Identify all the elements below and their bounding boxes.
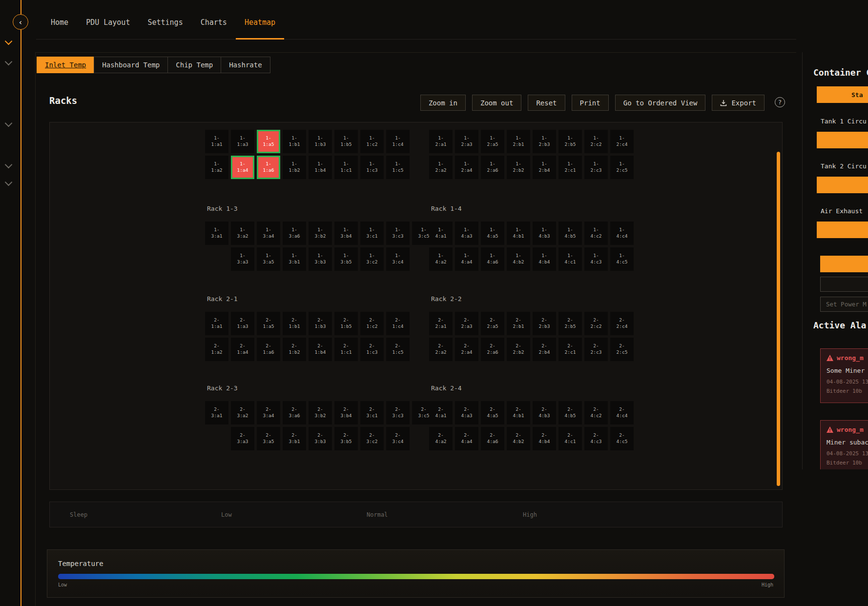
reset-button[interactable]: Reset: [528, 95, 565, 111]
heatmap-cell-1-3:a2[interactable]: 1-3:a2: [231, 222, 254, 245]
heatmap-cell-1-1:c5[interactable]: 1-1:c5: [386, 156, 410, 179]
heatmap-cell-2-3:c1[interactable]: 2-3:c1: [360, 401, 384, 424]
heatmap-cell-1-4:a6[interactable]: 1-4:a6: [481, 247, 504, 271]
heatmap-cell-1-3:a1[interactable]: 1-3:a1: [205, 222, 228, 245]
heatmap-cell-1-3:b4[interactable]: 1-3:b4: [334, 222, 358, 245]
heatmap-cell-1-1:b4[interactable]: 1-1:b4: [309, 156, 332, 179]
heatmap-cell-1-1:a5[interactable]: 1-1:a5: [257, 130, 280, 153]
heatmap-cell-1-4:c3[interactable]: 1-4:c3: [584, 247, 608, 271]
heatmap-cell-2-4:b3[interactable]: 2-4:b3: [533, 401, 556, 424]
heatmap-cell-1-2:a4[interactable]: 1-2:a4: [455, 156, 478, 179]
heatmap-cell-2-1:b1[interactable]: 2-1:b1: [283, 312, 306, 335]
chevron-down-icon[interactable]: [5, 162, 12, 168]
heatmap-cell-1-4:a5[interactable]: 1-4:a5: [481, 222, 504, 245]
heatmap-cell-1-4:b2[interactable]: 1-4:b2: [507, 247, 530, 271]
heatmap-cell-1-3:c2[interactable]: 1-3:c2: [360, 247, 384, 271]
heatmap-cell-2-1:a1[interactable]: 2-1:a1: [205, 312, 228, 335]
heatmap-cell-1-1:c3[interactable]: 1-1:c3: [360, 156, 384, 179]
heatmap-cell-1-2:b2[interactable]: 1-2:b2: [507, 156, 530, 179]
heatmap-cell-2-2:a5[interactable]: 2-2:a5: [481, 312, 504, 335]
heatmap-cell-1-3:b1[interactable]: 1-3:b1: [283, 247, 306, 271]
heatmap-cell-1-4:a4[interactable]: 1-4:a4: [455, 247, 478, 271]
set-power-mode-input[interactable]: Set Power M: [820, 297, 868, 312]
heatmap-cell-2-1:a3[interactable]: 2-1:a3: [231, 312, 254, 335]
heatmap-cell-2-4:b4[interactable]: 2-4:b4: [533, 427, 556, 450]
tab-chip-temp[interactable]: Chip Temp: [167, 57, 221, 73]
heatmap-cell-1-2:a2[interactable]: 1-2:a2: [429, 156, 453, 179]
heatmap-cell-1-4:b5[interactable]: 1-4:b5: [558, 222, 582, 245]
heatmap-cell-1-2:c3[interactable]: 1-2:c3: [584, 156, 608, 179]
heatmap-cell-1-3:c1[interactable]: 1-3:c1: [360, 222, 384, 245]
heatmap-cell-2-3:a1[interactable]: 2-3:a1: [205, 401, 228, 424]
heatmap-cell-1-1:c2[interactable]: 1-1:c2: [360, 130, 384, 153]
heatmap-cell-2-4:c2[interactable]: 2-4:c2: [584, 401, 608, 424]
heatmap-cell-2-4:a6[interactable]: 2-4:a6: [481, 427, 504, 450]
heatmap-cell-1-4:a2[interactable]: 1-4:a2: [429, 247, 453, 271]
heatmap-cell-1-2:c1[interactable]: 1-2:c1: [558, 156, 582, 179]
heatmap-cell-1-4:b3[interactable]: 1-4:b3: [533, 222, 556, 245]
heatmap-cell-1-4:a3[interactable]: 1-4:a3: [455, 222, 478, 245]
heatmap-cell-1-4:b4[interactable]: 1-4:b4: [533, 247, 556, 271]
heatmap-cell-2-4:a3[interactable]: 2-4:a3: [455, 401, 478, 424]
heatmap-cell-1-2:a6[interactable]: 1-2:a6: [481, 156, 504, 179]
heatmap-cell-1-2:c5[interactable]: 1-2:c5: [610, 156, 634, 179]
heatmap-cell-2-1:c2[interactable]: 2-1:c2: [360, 312, 384, 335]
heatmap-cell-2-3:b2[interactable]: 2-3:b2: [309, 401, 332, 424]
heatmap-cell-2-2:c1[interactable]: 2-2:c1: [558, 338, 582, 361]
heatmap-cell-2-3:a5[interactable]: 2-3:a5: [257, 427, 280, 450]
heatmap-cell-2-1:b4[interactable]: 2-1:b4: [309, 338, 332, 361]
heatmap-cell-2-2:a3[interactable]: 2-2:a3: [455, 312, 478, 335]
heatmap-cell-1-1:b3[interactable]: 1-1:b3: [309, 130, 332, 153]
tab-inlet-temp[interactable]: Inlet Temp: [37, 57, 94, 73]
heatmap-cell-1-4:a1[interactable]: 1-4:a1: [429, 222, 453, 245]
heatmap-cell-1-2:c4[interactable]: 1-2:c4: [610, 130, 634, 153]
heatmap-cell-1-3:c3[interactable]: 1-3:c3: [386, 222, 410, 245]
heatmap-cell-1-4:b1[interactable]: 1-4:b1: [507, 222, 530, 245]
heatmap-cell-2-4:a5[interactable]: 2-4:a5: [481, 401, 504, 424]
heatmap-cell-1-2:b5[interactable]: 1-2:b5: [558, 130, 582, 153]
collapse-panel-button[interactable]: ‹: [13, 14, 28, 30]
export-button[interactable]: Export: [712, 95, 765, 111]
heatmap-cell-2-1:c4[interactable]: 2-1:c4: [386, 312, 410, 335]
heatmap-cell-2-1:c5[interactable]: 2-1:c5: [386, 338, 410, 361]
heatmap-cell-1-3:a4[interactable]: 1-3:a4: [257, 222, 280, 245]
tab-hashboard-temp[interactable]: Hashboard Temp: [94, 57, 168, 73]
heatmap-cell-2-1:a2[interactable]: 2-1:a2: [205, 338, 228, 361]
heatmap-cell-2-2:a4[interactable]: 2-2:a4: [455, 338, 478, 361]
heatmap-cell-2-2:c5[interactable]: 2-2:c5: [610, 338, 634, 361]
nav-item-charts[interactable]: Charts: [192, 18, 236, 39]
heatmap-cell-2-4:c4[interactable]: 2-4:c4: [610, 401, 634, 424]
heatmap-cell-2-4:c5[interactable]: 2-4:c5: [610, 427, 634, 450]
heatmap-cell-2-4:c1[interactable]: 2-4:c1: [558, 427, 582, 450]
heatmap-cell-2-3:a6[interactable]: 2-3:a6: [283, 401, 306, 424]
heatmap-cell-1-2:b4[interactable]: 1-2:b4: [533, 156, 556, 179]
ordered-view-button[interactable]: Go to Ordered View: [615, 95, 706, 111]
zoom-in-button[interactable]: Zoom in: [420, 95, 466, 111]
heatmap-cell-1-3:b2[interactable]: 1-3:b2: [309, 222, 332, 245]
heatmap-cell-2-4:b5[interactable]: 2-4:b5: [558, 401, 582, 424]
heatmap-cell-1-2:c2[interactable]: 1-2:c2: [584, 130, 608, 153]
heatmap-cell-2-2:b3[interactable]: 2-2:b3: [533, 312, 556, 335]
heatmap-cell-1-3:a6[interactable]: 1-3:a6: [283, 222, 306, 245]
heatmap-cell-2-4:a1[interactable]: 2-4:a1: [429, 401, 453, 424]
heatmap-cell-1-3:c4[interactable]: 1-3:c4: [386, 247, 410, 271]
heatmap-cell-2-2:c2[interactable]: 2-2:c2: [584, 312, 608, 335]
air-exhaust-action-button[interactable]: [817, 222, 868, 238]
heatmap-cell-2-2:c3[interactable]: 2-2:c3: [584, 338, 608, 361]
heatmap-cell-2-1:a4[interactable]: 2-1:a4: [231, 338, 254, 361]
zoom-out-button[interactable]: Zoom out: [472, 95, 521, 111]
heatmap-cell-1-1:a2[interactable]: 1-1:a2: [205, 156, 228, 179]
help-icon[interactable]: ?: [775, 97, 785, 107]
nav-item-settings[interactable]: Settings: [139, 18, 191, 39]
tank-1-action-button[interactable]: [817, 132, 868, 148]
heatmap-cell-1-3:a5[interactable]: 1-3:a5: [257, 247, 280, 271]
heatmap-cell-2-3:b1[interactable]: 2-3:b1: [283, 427, 306, 450]
tank-2-action-button[interactable]: [817, 177, 868, 193]
heatmap-cell-1-4:c4[interactable]: 1-4:c4: [610, 222, 634, 245]
heatmap-cell-1-1:a1[interactable]: 1-1:a1: [205, 130, 228, 153]
heatmap-cell-2-3:a3[interactable]: 2-3:a3: [231, 427, 254, 450]
heatmap-cell-1-1:c1[interactable]: 1-1:c1: [334, 156, 358, 179]
heatmap-cell-2-3:a2[interactable]: 2-3:a2: [231, 401, 254, 424]
heatmap-cell-2-2:c4[interactable]: 2-2:c4: [610, 312, 634, 335]
heatmap-cell-2-2:a6[interactable]: 2-2:a6: [481, 338, 504, 361]
